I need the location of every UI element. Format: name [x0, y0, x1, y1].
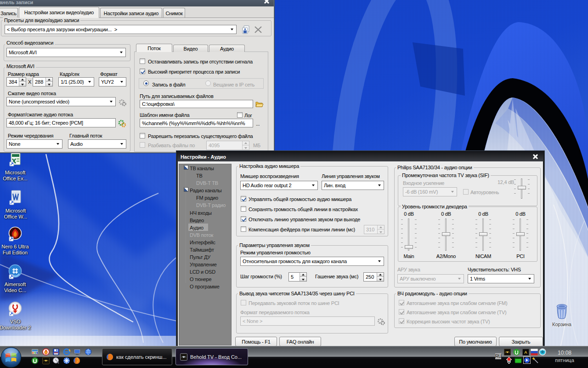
svg-text:321: 321: [33, 351, 37, 354]
svg-text:A: A: [524, 350, 527, 355]
